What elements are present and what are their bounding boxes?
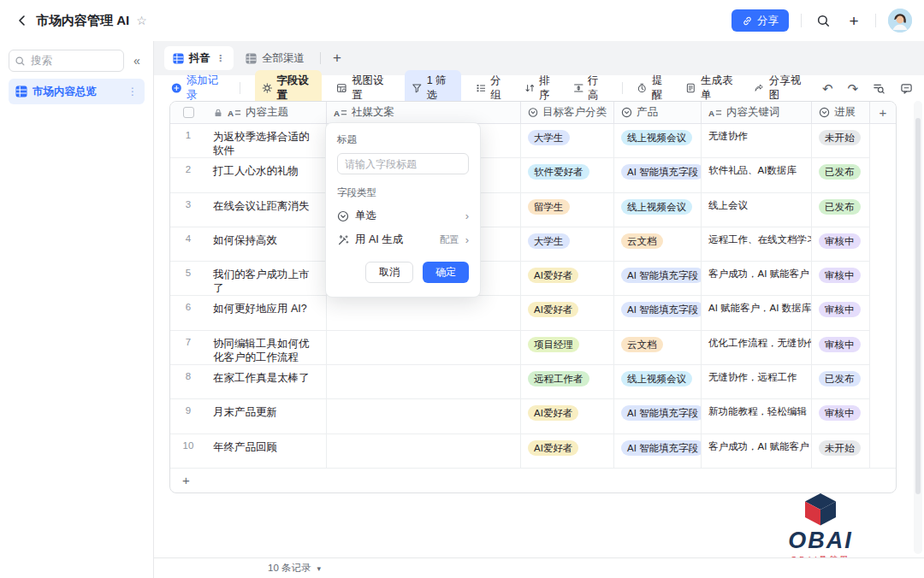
redo-icon[interactable]: ↷ <box>847 82 858 95</box>
audience-cell[interactable]: 大学生 <box>520 124 613 158</box>
copy-cell[interactable] <box>326 331 520 365</box>
back-button[interactable] <box>12 10 33 31</box>
topic-cell[interactable]: 我们的客户成功上市了 <box>206 262 326 296</box>
column-header-status[interactable]: 进展 <box>811 102 869 123</box>
row-number-cell[interactable]: 7 <box>170 331 206 365</box>
keywords-cell[interactable]: 新功能教程，轻松编辑 <box>701 399 811 434</box>
confirm-button[interactable]: 确定 <box>423 262 469 283</box>
row-number-cell[interactable]: 8 <box>170 365 206 399</box>
comment-icon[interactable] <box>900 82 913 95</box>
status-cell[interactable]: 审核中 <box>811 262 869 296</box>
audience-cell[interactable]: 项目经理 <box>520 331 613 365</box>
tab-more-icon[interactable]: ⋮ <box>216 53 225 64</box>
row-number-cell[interactable]: 9 <box>170 399 206 434</box>
star-icon[interactable]: ☆ <box>136 14 147 27</box>
audience-cell[interactable]: AI爱好者 <box>520 262 613 296</box>
row-number-cell[interactable]: 5 <box>170 262 206 296</box>
scrollbar-thumb[interactable] <box>915 118 921 494</box>
copy-cell[interactable] <box>326 365 520 399</box>
audience-cell[interactable]: 留学生 <box>520 193 613 227</box>
field-title-input[interactable] <box>337 153 469 174</box>
add-field-button[interactable]: + <box>869 102 896 123</box>
sidebar-search[interactable] <box>9 50 124 72</box>
status-cell[interactable]: 审核中 <box>811 331 869 365</box>
status-cell[interactable]: 未开始 <box>811 124 869 158</box>
column-header-product[interactable]: 产品 <box>613 102 701 123</box>
topic-cell[interactable]: 为返校季选择合适的软件 <box>206 124 326 158</box>
audience-cell[interactable]: 软件爱好者 <box>520 158 613 192</box>
status-cell[interactable]: 未开始 <box>811 434 869 469</box>
copy-cell[interactable] <box>326 399 520 434</box>
status-cell[interactable]: 审核中 <box>811 399 869 434</box>
keywords-cell[interactable]: 客户成功，AI 赋能客户 <box>701 262 811 296</box>
search-icon[interactable] <box>814 11 832 30</box>
keywords-cell[interactable]: 远程工作、在线文档学习 <box>701 227 811 262</box>
generate-form-button[interactable]: 生成表单 <box>685 74 739 103</box>
column-header-audience[interactable]: 目标客户分类 <box>520 102 613 123</box>
keywords-cell[interactable]: 客户成功，AI 赋能客户 <box>701 434 811 469</box>
keywords-cell[interactable]: AI 赋能客户，AI 数据库 <box>701 296 811 330</box>
status-cell[interactable]: 审核中 <box>811 296 869 330</box>
add-row-button[interactable]: + <box>170 468 896 492</box>
add-record-button[interactable]: 添加记录 <box>171 74 225 103</box>
share-view-button[interactable]: 分享视图 <box>754 74 808 103</box>
select-all-checkbox[interactable] <box>183 107 194 118</box>
product-cell[interactable]: 云文档 <box>613 331 701 365</box>
sidebar-item-table[interactable]: 市场内容总览 ⋮ <box>9 79 145 104</box>
share-button[interactable]: 分享 <box>732 9 789 32</box>
sort-button[interactable]: 排序 <box>524 74 559 103</box>
more-icon[interactable]: ⋮ <box>127 86 138 97</box>
status-cell[interactable]: 审核中 <box>811 227 869 262</box>
search-input[interactable] <box>29 54 101 68</box>
view-settings-button[interactable]: 视图设置 <box>336 74 390 103</box>
product-cell[interactable]: 云文档 <box>613 227 701 262</box>
select-all-cell[interactable] <box>170 102 206 123</box>
ai-config-link[interactable]: 配置 <box>440 233 459 246</box>
add-view-button[interactable]: + <box>328 50 346 67</box>
field-type-option[interactable]: 单选 › <box>337 209 469 223</box>
group-button[interactable]: 分组 <box>476 74 510 103</box>
ai-generate-option[interactable]: 用 AI 生成 配置 › <box>337 233 469 247</box>
row-number-cell[interactable]: 3 <box>170 193 206 227</box>
product-cell[interactable]: AI 智能填充字段 <box>613 296 701 330</box>
row-number-cell[interactable]: 4 <box>170 227 206 262</box>
product-cell[interactable]: 线上视频会议 <box>613 124 701 158</box>
undo-icon[interactable]: ↶ <box>822 82 833 95</box>
keywords-cell[interactable]: 线上会议 <box>701 193 811 227</box>
keywords-cell[interactable]: 优化工作流程，无缝协作 <box>701 331 811 365</box>
audience-cell[interactable]: 远程工作者 <box>520 365 613 399</box>
row-number-cell[interactable]: 10 <box>170 434 206 469</box>
row-number-cell[interactable]: 1 <box>170 124 206 158</box>
new-icon[interactable]: + <box>844 11 863 30</box>
product-cell[interactable]: AI 智能填充字段 <box>613 262 701 296</box>
status-cell[interactable]: 已发布 <box>811 193 869 227</box>
audience-cell[interactable]: 大学生 <box>520 227 613 262</box>
copy-cell[interactable] <box>326 434 520 469</box>
topic-cell[interactable]: 年终产品回顾 <box>206 434 326 469</box>
cancel-button[interactable]: 取消 <box>365 262 413 283</box>
keywords-cell[interactable]: 无缝协作，远程工作 <box>701 365 811 399</box>
audience-cell[interactable]: AI爱好者 <box>520 399 613 434</box>
find-in-view-icon[interactable] <box>873 82 886 95</box>
status-cell[interactable]: 已发布 <box>811 158 869 192</box>
tab-all-channels[interactable]: 全部渠道 <box>237 46 313 70</box>
audience-cell[interactable]: AI爱好者 <box>520 434 613 469</box>
remind-button[interactable]: 提醒 <box>637 74 671 103</box>
tab-douyin[interactable]: 抖音 ⋮ <box>164 46 234 70</box>
product-cell[interactable]: AI 智能填充字段 <box>613 434 701 469</box>
product-cell[interactable]: 线上视频会议 <box>613 193 701 227</box>
product-cell[interactable]: 线上视频会议 <box>613 365 701 399</box>
product-cell[interactable]: AI 智能填充字段 <box>613 399 701 434</box>
topic-cell[interactable]: 打工人心水的礼物 <box>206 158 326 192</box>
copy-cell[interactable] <box>326 296 520 330</box>
avatar[interactable] <box>888 9 912 32</box>
column-header-topic[interactable]: A 内容主题 <box>206 102 326 123</box>
topic-cell[interactable]: 如何更好地应用 AI? <box>206 296 326 330</box>
row-number-cell[interactable]: 6 <box>170 296 206 330</box>
row-number-cell[interactable]: 2 <box>170 158 206 192</box>
keywords-cell[interactable]: 无缝协作 <box>701 124 811 158</box>
row-height-button[interactable]: 行高 <box>573 74 607 103</box>
topic-cell[interactable]: 如何保持高效 <box>206 227 326 262</box>
column-header-copy[interactable]: A 社媒文案 <box>326 102 520 123</box>
topic-cell[interactable]: 月末产品更新 <box>206 399 326 434</box>
